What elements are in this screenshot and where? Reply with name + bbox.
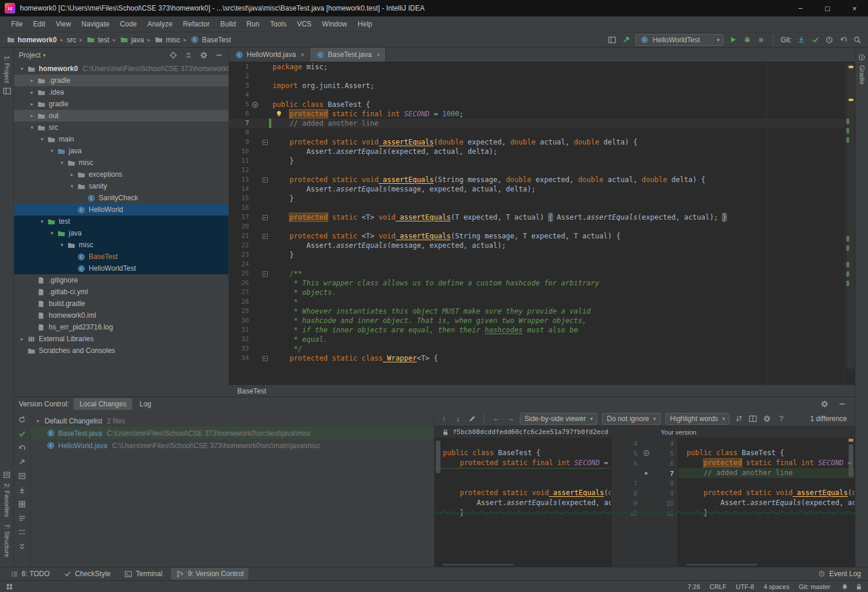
fold-marker-icon[interactable]: − — [263, 356, 268, 361]
editor-line[interactable]: 4 — [229, 90, 845, 100]
diff-line[interactable]: protected static void assertEquals(doubl… — [678, 488, 854, 498]
toolwindow-button-9-version-control[interactable]: 9: Version Control — [171, 568, 248, 580]
menu-item-vcs[interactable]: VCS — [292, 18, 317, 31]
toolwindow-button-terminal[interactable]: Terminal — [119, 568, 167, 580]
diff-left-pane[interactable]: public class BaseTest { protected static… — [435, 438, 611, 567]
editor-line[interactable]: 34− protected static class Wrapper<T> { — [229, 354, 845, 363]
editor-line[interactable]: 5public class BaseTest { — [229, 100, 845, 109]
chevron-collapsed-icon[interactable]: ▸ — [18, 336, 26, 342]
menu-item-window[interactable]: Window — [317, 18, 352, 31]
diff-line[interactable]: protected static final int SECOND = 1000… — [435, 458, 611, 468]
diff-line[interactable]: public class BaseTest { — [678, 448, 854, 458]
chevron-expanded-icon[interactable]: ▾ — [48, 148, 56, 154]
caret-position[interactable]: 7:26 — [688, 583, 700, 590]
close-icon[interactable]: × — [376, 51, 380, 58]
diff-line[interactable] — [435, 478, 611, 488]
debug-icon[interactable] — [742, 35, 752, 45]
menu-item-refactor[interactable]: Refactor — [178, 18, 215, 31]
tree-row[interactable]: ▾misc — [14, 157, 228, 169]
tree-row[interactable]: ▸gradle — [14, 98, 228, 110]
pencil-icon[interactable] — [467, 414, 477, 423]
dropdown-highlight-words[interactable]: Highlight words — [665, 413, 730, 425]
project-panel-title[interactable]: Project — [19, 51, 41, 59]
diff-line[interactable] — [678, 478, 854, 488]
file-encoding[interactable]: UTF-8 — [736, 583, 754, 590]
vcs-tab-log[interactable]: Log — [133, 398, 157, 410]
editor-line[interactable]: 20 — [229, 222, 845, 231]
menu-item-tools[interactable]: Tools — [265, 18, 292, 31]
fold-gutter[interactable]: − — [261, 175, 269, 184]
editor-breadcrumb[interactable]: BaseTest — [237, 387, 266, 395]
menu-item-navigate[interactable]: Navigate — [76, 18, 115, 31]
editor-line[interactable]: 29 * Whoever instantiates this object MU… — [229, 307, 845, 316]
editor-line[interactable]: 21− protected static <T> void assertEqua… — [229, 231, 845, 241]
editor-error-stripe[interactable] — [845, 62, 855, 385]
editor-line[interactable]: 16 — [229, 203, 845, 213]
rollback-icon[interactable] — [18, 443, 27, 452]
editor-line[interactable]: 14 Assert.assertEquals(message, expected… — [229, 184, 845, 194]
favorites-stripe-icon[interactable] — [2, 470, 12, 480]
breadcrumb-item-test[interactable]: test — [86, 35, 109, 45]
left-icon[interactable]: ← — [492, 414, 501, 423]
tree-row[interactable]: homework0.iml — [14, 310, 228, 321]
chevron-expanded-icon[interactable]: ▾ — [38, 136, 46, 142]
breadcrumb-item-basetest[interactable]: CBaseTest — [190, 35, 231, 45]
tree-row[interactable]: ▾test — [14, 216, 228, 227]
editor-line[interactable]: 31 * if the inner objects are equal, the… — [229, 325, 845, 335]
locate-icon[interactable] — [169, 51, 178, 60]
tree-row[interactable]: ▾misc — [14, 239, 228, 251]
dropdown-side-by-side-viewer[interactable]: Side-by-side viewer — [520, 413, 597, 425]
diff-line[interactable]: public class BaseTest { — [435, 448, 611, 458]
close-button[interactable]: × — [841, 0, 868, 16]
subclass-marker-gutter[interactable] — [249, 100, 261, 109]
preview-icon[interactable] — [18, 471, 27, 480]
diff-line[interactable]: // added another line — [678, 468, 854, 478]
tree-row[interactable]: ▾main — [14, 133, 228, 145]
play-icon[interactable] — [728, 35, 738, 45]
diff-scrollbar-thumb[interactable] — [436, 440, 440, 473]
dropdown-do-not-ignore[interactable]: Do not ignore — [602, 413, 661, 425]
toolwindow-button-6-todo[interactable]: 6: TODO — [5, 568, 55, 580]
tool-stripe-project[interactable]: 1: Project — [4, 56, 11, 83]
tree-row[interactable]: ▾src — [14, 122, 228, 133]
fold-gutter[interactable]: − — [261, 354, 269, 363]
chevron-expanded-icon[interactable]: ▾ — [36, 418, 45, 424]
event-log-button[interactable]: Event Log — [817, 569, 863, 578]
tree-row[interactable]: .gitignore — [14, 274, 228, 286]
run-configuration-select[interactable]: CHelloWorldTest▾ — [635, 34, 724, 46]
chevron-expanded-icon[interactable]: ▾ — [58, 160, 66, 166]
diff-right-pane[interactable]: public class BaseTest { protected static… — [678, 438, 854, 567]
subclass-icon[interactable] — [250, 100, 260, 109]
history-icon[interactable] — [825, 35, 834, 45]
changed-file-row[interactable]: CHelloWorld.javaC:\Users\me\Files\School… — [31, 439, 434, 452]
diff-line[interactable]: Assert.assertEquals(expected, actual, de… — [678, 498, 854, 508]
fold-marker-icon[interactable]: − — [263, 140, 268, 145]
editor-line[interactable]: 2 — [229, 72, 845, 81]
diff-hscrollbar[interactable] — [443, 564, 513, 566]
changelist-header[interactable]: ▾Default Changelist2 files — [31, 415, 434, 427]
toolwindow-switcher-icon[interactable] — [5, 582, 14, 591]
tree-row[interactable]: ▸.idea — [14, 86, 228, 98]
editor-line[interactable]: 26 * This wrapper class allows us to def… — [229, 278, 845, 288]
vcs-tab-local-changes[interactable]: Local Changes — [73, 398, 132, 410]
tree-row[interactable]: Scratches and Consoles — [14, 345, 228, 356]
diff-line[interactable]: Assert.assertEquals(expected, actual, de… — [435, 498, 611, 508]
line-separator[interactable]: CRLF — [709, 583, 726, 590]
menu-item-file[interactable]: File — [6, 18, 28, 31]
chevron-collapsed-icon[interactable]: ▸ — [28, 78, 36, 83]
down-icon[interactable]: ↓ — [453, 414, 463, 423]
diff-line[interactable] — [435, 468, 611, 478]
tree-row[interactable]: ▸exceptions — [14, 169, 228, 180]
gear-icon[interactable] — [820, 399, 829, 409]
tree-row[interactable]: CSanityCheck — [14, 192, 228, 204]
menu-item-code[interactable]: Code — [115, 18, 142, 31]
editor-line[interactable]: 27 * objects. — [229, 288, 845, 297]
editor-line[interactable]: 32 * equal. — [229, 335, 845, 344]
editor-line[interactable]: 33 */ — [229, 344, 845, 354]
diff-line[interactable] — [678, 438, 854, 448]
tool-stripe-gradle[interactable]: Gradle — [859, 65, 866, 85]
tool-stripe-favorites[interactable]: 2: Favorites — [4, 483, 11, 517]
update-icon[interactable] — [796, 35, 806, 45]
columns-icon[interactable] — [748, 414, 758, 423]
collapse-icon[interactable] — [184, 51, 193, 60]
